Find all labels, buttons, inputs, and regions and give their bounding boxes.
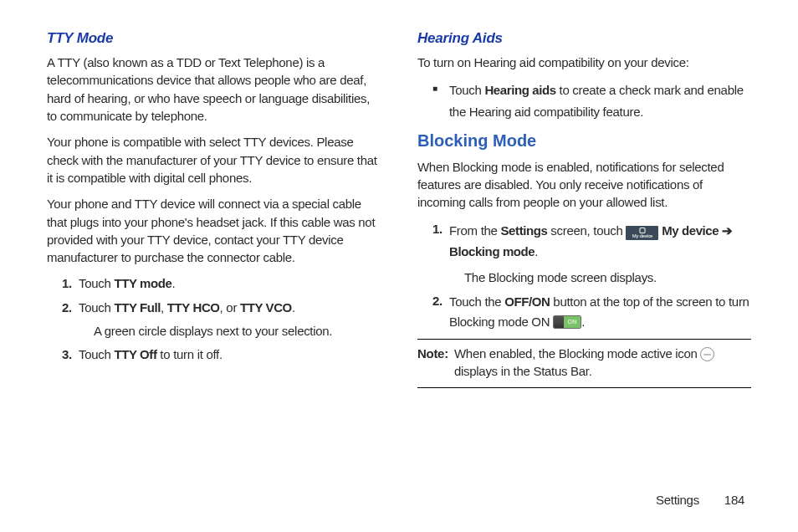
step-number: 3. (47, 345, 72, 363)
blocking-step-2: 2. Touch the OFF/ON button at the top of… (417, 292, 751, 332)
step-body: Touch the OFF/ON button at the top of th… (442, 292, 751, 332)
divider (417, 387, 751, 388)
step-number: 1. (47, 274, 72, 292)
bold-text: Blocking mode (449, 244, 535, 258)
para-hearing-1: To turn on Hearing aid compatibility on … (417, 54, 751, 71)
text: to turn it off. (157, 347, 223, 361)
tty-step-1: 1. Touch TTY mode. (47, 274, 381, 292)
text: When enabled, the Blocking mode active i… (454, 346, 700, 361)
my-device-icon: My device (626, 226, 658, 240)
bold-text: TTY VCO (240, 300, 292, 315)
step-body: Touch TTY Off to turn it off. (72, 345, 381, 363)
step-number: 2. (417, 292, 442, 332)
para-tty-2: Your phone is compatible with select TTY… (47, 133, 381, 187)
text: . (581, 315, 585, 329)
text: From the (449, 223, 500, 238)
bold-text: TTY Off (114, 347, 156, 361)
blocking-step-1: 1. From the Settings screen, touch My de… (417, 220, 751, 263)
text: Touch (79, 347, 114, 361)
arrow-right-icon: ➔ (719, 223, 733, 238)
step-body: Touch TTY mode. (72, 274, 381, 292)
bold-text: OFF/ON (504, 294, 550, 309)
para-tty-1: A TTY (also known as a TDD or Text Telep… (47, 54, 381, 125)
bold-text: TTY Full (114, 300, 161, 315)
step-body: Touch TTY Full, TTY HCO, or TTY VCO. (72, 299, 381, 316)
text: . (292, 300, 295, 315)
on-off-switch-icon: ON (553, 315, 581, 329)
text: displays in the Status Bar. (454, 364, 592, 378)
heading-tty-mode: TTY Mode (47, 28, 381, 49)
heading-blocking-mode: Blocking Mode (417, 129, 751, 152)
note-row: Note: When enabled, the Blocking mode ac… (417, 340, 751, 381)
text: , (161, 300, 167, 315)
tty-step-2: 2. Touch TTY Full, TTY HCO, or TTY VCO. (47, 299, 381, 316)
para-blocking-1: When Blocking mode is enabled, notificat… (417, 158, 751, 212)
text: Touch (449, 83, 484, 97)
step-body: From the Settings screen, touch My devic… (442, 220, 751, 263)
switch-label: ON (564, 316, 581, 328)
step-number: 1. (417, 220, 442, 263)
tty-step-3: 3. Touch TTY Off to turn it off. (47, 345, 381, 363)
note-label: Note: (417, 345, 454, 381)
step-number: 2. (47, 299, 72, 316)
text: Touch (79, 276, 114, 290)
hearing-bullet-1: ■ Touch Hearing aids to create a check m… (417, 79, 751, 122)
text: screen, touch (547, 223, 626, 238)
bold-text: Hearing aids (484, 83, 555, 97)
bold-text: Settings (500, 223, 547, 238)
bold-text: TTY mode (114, 276, 171, 290)
left-column: TTY Mode A TTY (also known as a TDD or T… (47, 28, 381, 388)
para-tty-3: Your phone and TTY device will connect v… (47, 195, 381, 266)
blocking-mode-status-icon (700, 347, 714, 361)
footer-page-number: 184 (724, 493, 744, 507)
blocking-step-1-sub: The Blocking mode screen displays. (417, 269, 751, 286)
text: , or (220, 300, 240, 315)
text: . (171, 276, 175, 290)
footer-section: Settings (656, 493, 699, 507)
text: . (535, 244, 538, 258)
text: Touch (79, 300, 114, 315)
text: Touch the (449, 294, 504, 309)
tty-step-2-sub: A green circle displays next to your sel… (47, 322, 381, 340)
heading-hearing-aids: Hearing Aids (417, 28, 751, 49)
right-column: Hearing Aids To turn on Hearing aid comp… (417, 28, 751, 388)
bullet-body: Touch Hearing aids to create a check mar… (442, 79, 751, 122)
note-body: When enabled, the Blocking mode active i… (454, 345, 751, 381)
bold-text: TTY HCO (167, 300, 220, 315)
page-footer: Settings184 (656, 491, 744, 509)
bold-text: My device (658, 223, 719, 238)
square-bullet-icon: ■ (417, 79, 442, 122)
